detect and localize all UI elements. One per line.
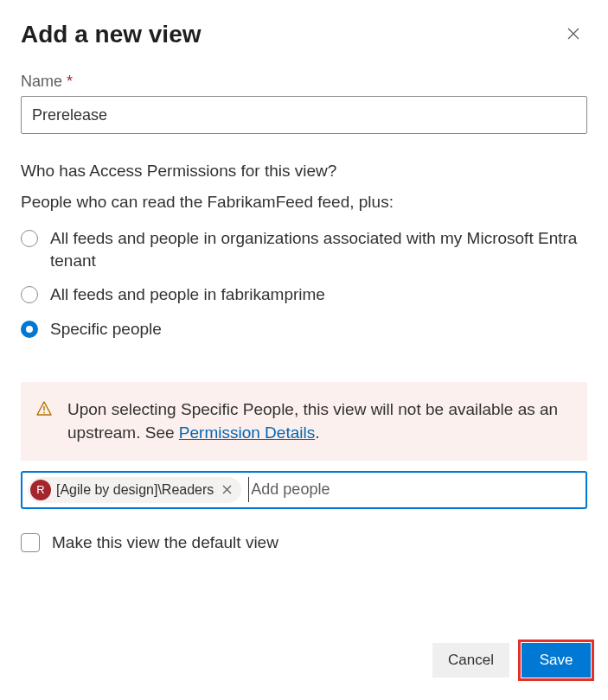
avatar: R [30,480,51,500]
chip-remove-button[interactable] [219,482,234,498]
svg-point-4 [43,411,45,413]
save-button[interactable]: Save [522,643,591,678]
radio-icon [21,321,38,338]
permission-details-link[interactable]: Permission Details [179,423,315,442]
info-banner: Upon selecting Specific People, this vie… [21,382,587,461]
close-icon [567,26,579,44]
warning-icon [36,401,52,417]
permissions-radio-group: All feeds and people in organizations as… [21,227,587,340]
radio-option-fabrikamprime[interactable]: All feeds and people in fabrikamprime [21,283,587,306]
checkbox-icon [21,533,40,552]
permissions-subtitle: People who can read the FabrikamFeed fee… [21,193,587,212]
save-button-highlight: Save [518,640,594,681]
chip-label: [Agile by design]\Readers [56,482,214,498]
info-text: Upon selecting Specific People, this vie… [67,398,568,445]
name-label-text: Name [21,73,62,90]
close-button[interactable] [560,21,587,48]
radio-icon [21,286,38,303]
cancel-button[interactable]: Cancel [432,643,509,678]
radio-label: All feeds and people in fabrikamprime [50,283,325,306]
name-input[interactable] [21,96,587,134]
radio-icon [21,230,38,247]
dialog-header: Add a new view [21,21,587,48]
radio-label: Specific people [50,318,162,340]
required-asterisk: * [67,73,73,90]
radio-option-specific-people[interactable]: Specific people [21,318,587,340]
permissions-question: Who has Access Permissions for this view… [21,162,587,181]
default-view-checkbox-row[interactable]: Make this view the default view [21,533,587,552]
radio-label: All feeds and people in organizations as… [50,227,587,271]
name-label: Name * [21,73,587,91]
default-view-label: Make this view the default view [52,533,278,552]
radio-option-entra-tenant[interactable]: All feeds and people in organizations as… [21,227,587,271]
people-chip: R [Agile by design]\Readers [28,477,241,503]
remove-icon [222,483,232,497]
dialog-title: Add a new view [21,21,202,48]
info-suffix: . [315,423,319,442]
name-field-group: Name * [21,73,587,134]
add-people-input[interactable] [248,477,580,502]
dialog-footer: Cancel Save [432,640,594,681]
people-picker[interactable]: R [Agile by design]\Readers [21,471,587,509]
